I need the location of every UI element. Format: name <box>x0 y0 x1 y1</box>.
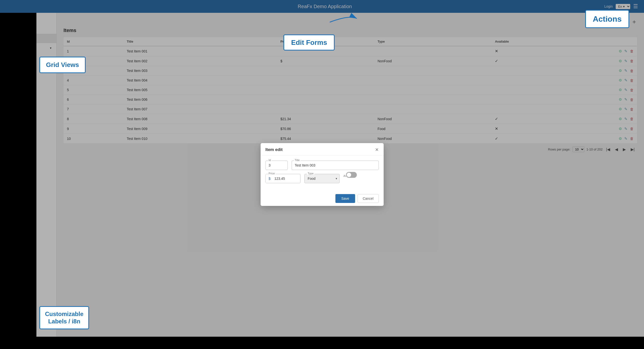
form-group-id: Id <box>266 161 288 170</box>
id-input[interactable] <box>266 161 288 170</box>
form-group-type: Type Food NonFood ▾ <box>304 174 340 183</box>
form-row-price-type-available: Price $ Type Food NonFood ▾ Available <box>266 174 379 183</box>
form-row-id-title: Id Title <box>266 161 379 170</box>
toggle-slider <box>346 172 357 178</box>
price-input[interactable] <box>272 174 300 183</box>
price-symbol: $ <box>266 174 273 183</box>
title-label: Title <box>294 159 300 162</box>
price-input-wrap: $ <box>266 174 301 183</box>
modal-title: Item edit <box>266 147 283 152</box>
modal-body: Id Title Price $ Type <box>260 156 384 191</box>
available-toggle[interactable] <box>346 172 357 178</box>
type-label: Type <box>307 172 314 175</box>
form-group-price: Price $ <box>266 174 301 183</box>
id-label: Id <box>268 159 272 162</box>
price-label: Price <box>268 172 276 175</box>
title-input[interactable] <box>292 161 379 170</box>
type-select[interactable]: Food NonFood <box>304 174 340 183</box>
modal-header: Item edit ✕ <box>260 143 384 156</box>
item-edit-modal: Item edit ✕ Id Title Price $ <box>260 143 384 206</box>
form-group-title: Title <box>292 161 379 170</box>
modal-overlay: Item edit ✕ Id Title Price $ <box>0 0 644 349</box>
modal-footer: Save Cancel <box>260 191 384 206</box>
save-button[interactable]: Save <box>336 194 355 203</box>
modal-close-button[interactable]: ✕ <box>375 147 379 152</box>
cancel-button[interactable]: Cancel <box>358 194 379 203</box>
form-group-available: Available <box>344 174 379 183</box>
